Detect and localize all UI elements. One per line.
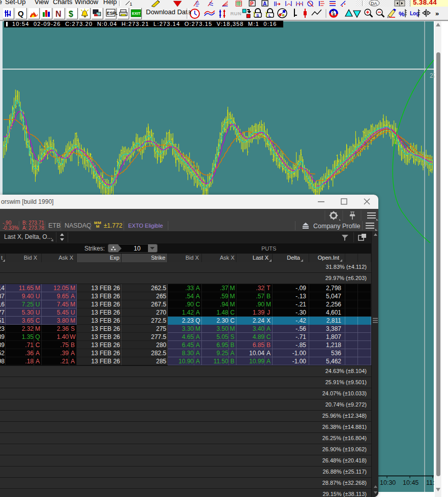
svg-text:10:30: 10:30 xyxy=(380,479,396,486)
svg-text:11:: 11: xyxy=(426,479,434,486)
svg-text:ESPL: ESPL xyxy=(107,11,118,16)
svg-text:B: B xyxy=(333,13,335,16)
svg-text:RUN: RUN xyxy=(230,11,242,16)
svg-text:P: P xyxy=(250,1,254,7)
svg-text:L: L xyxy=(268,13,271,18)
svg-text:%: % xyxy=(399,10,405,18)
svg-text:1: 1 xyxy=(130,2,132,7)
svg-text:DA: DA xyxy=(371,1,377,6)
svg-text:S: S xyxy=(256,13,259,18)
svg-text:N: N xyxy=(55,10,62,18)
svg-text:$: $ xyxy=(69,10,73,18)
svg-text:Q: Q xyxy=(18,9,24,18)
svg-text:A: A xyxy=(263,1,266,7)
svg-text:10:45: 10:45 xyxy=(403,479,419,486)
svg-text:Log: Log xyxy=(410,11,419,16)
svg-text:»: » xyxy=(435,10,439,17)
svg-text:EXIT: EXIT xyxy=(132,11,141,16)
